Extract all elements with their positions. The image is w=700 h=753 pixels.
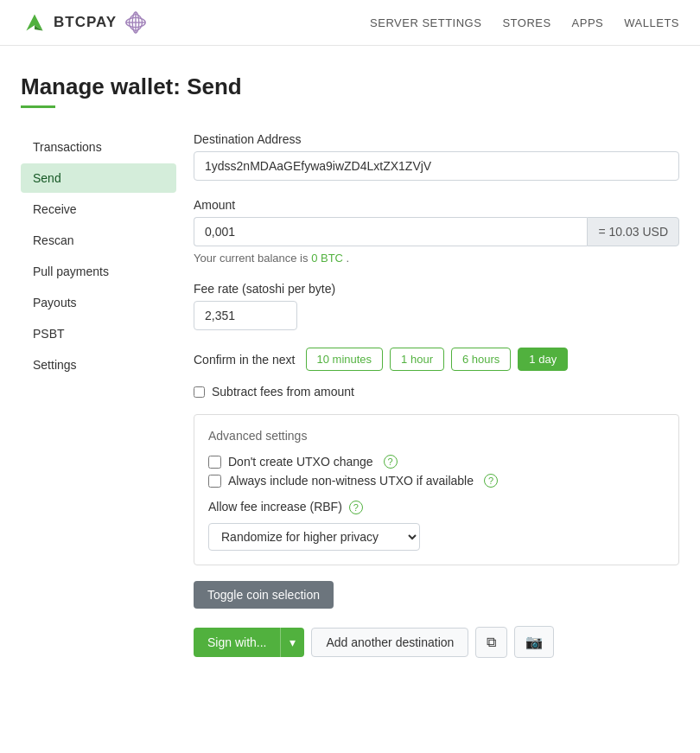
subtract-fees-checkbox[interactable] — [194, 386, 205, 398]
brand: BTCPAY — [21, 9, 148, 36]
camera-icon: 📷 — [525, 634, 543, 650]
toggle-coin-container: Toggle coin selection — [194, 581, 679, 609]
rbf-group: Allow fee increase (RBF) ? — [208, 500, 665, 514]
non-witness-help-icon[interactable]: ? — [484, 474, 498, 488]
nav-menu: SERVER SETTINGS STORES APPS WALLETS — [370, 16, 679, 29]
utxo-change-checkbox[interactable] — [208, 456, 221, 469]
nav-item-stores[interactable]: STORES — [502, 16, 550, 29]
destination-group: Destination Address — [194, 132, 679, 181]
fee-group: Fee rate (satoshi per byte) — [194, 282, 679, 330]
sign-with-dropdown[interactable]: ▾ — [280, 628, 304, 657]
non-witness-checkbox[interactable] — [208, 475, 221, 488]
btcpay-logo-icon — [21, 9, 48, 36]
utxo-change-label: Don't create UTXO change — [228, 455, 373, 469]
non-witness-row: Always include non-witness UTXO if avail… — [208, 474, 665, 488]
amount-row: = 10.03 USD — [194, 217, 679, 246]
rbf-label: Allow fee increase (RBF) ? — [208, 500, 363, 514]
advanced-settings-title: Advanced settings — [208, 429, 665, 443]
copy-icon: ⧉ — [487, 635, 496, 650]
subtract-fees-label: Subtract fees from amount — [212, 385, 354, 399]
confirm-label: Confirm in the next — [194, 353, 296, 367]
non-witness-label: Always include non-witness UTXO if avail… — [228, 474, 474, 488]
amount-group: Amount = 10.03 USD Your current balance … — [194, 198, 679, 265]
nav-item-wallets[interactable]: WALLETS — [624, 16, 679, 29]
sign-with-button[interactable]: Sign with... — [194, 628, 280, 657]
balance-text: Your current balance is 0 BTC . — [194, 252, 679, 265]
destination-label: Destination Address — [194, 132, 679, 146]
main-content: Destination Address Amount = 10.03 USD Y… — [176, 132, 679, 658]
time-btn-1hour[interactable]: 1 hour — [390, 348, 444, 371]
amount-label: Amount — [194, 198, 679, 212]
sidebar: Transactions Send Receive Rescan Pull pa… — [21, 132, 176, 658]
page-title: Manage wallet: Send — [21, 73, 679, 100]
add-destination-button[interactable]: Add another destination — [311, 628, 468, 657]
logo-link[interactable]: BTCPAY — [21, 9, 117, 36]
brand-text: BTCPAY — [54, 14, 117, 31]
time-btn-10min[interactable]: 10 minutes — [306, 348, 384, 371]
destination-input[interactable] — [194, 151, 679, 181]
tor-icon — [124, 10, 148, 35]
sidebar-item-psbt[interactable]: PSBT — [21, 319, 176, 348]
rbf-help-icon[interactable]: ? — [349, 501, 363, 514]
sidebar-item-rescan[interactable]: Rescan — [21, 226, 176, 255]
sidebar-item-pull-payments[interactable]: Pull payments — [21, 257, 176, 286]
sidebar-item-payouts[interactable]: Payouts — [21, 288, 176, 317]
toggle-coin-button[interactable]: Toggle coin selection — [194, 581, 334, 609]
sidebar-item-settings[interactable]: Settings — [21, 350, 176, 380]
camera-button[interactable]: 📷 — [514, 626, 554, 658]
advanced-settings-box: Advanced settings Don't create UTXO chan… — [194, 414, 679, 565]
nav-item-apps[interactable]: APPS — [572, 16, 604, 29]
time-btn-6hours[interactable]: 6 hours — [451, 348, 511, 371]
fee-input[interactable] — [194, 301, 297, 330]
amount-input[interactable] — [194, 217, 587, 246]
balance-value: 0 BTC — [311, 252, 343, 265]
sidebar-item-receive[interactable]: Receive — [21, 195, 176, 224]
nav-item-server-settings[interactable]: SERVER SETTINGS — [370, 16, 481, 29]
confirm-row: Confirm in the next 10 minutes 1 hour 6 … — [194, 348, 679, 371]
title-underline — [21, 105, 55, 108]
rbf-select[interactable]: Randomize for higher privacy Always Neve… — [208, 523, 420, 551]
action-buttons: Sign with... ▾ Add another destination ⧉… — [194, 626, 679, 658]
subtract-fees-row: Subtract fees from amount — [194, 385, 679, 399]
utxo-help-icon[interactable]: ? — [384, 455, 398, 469]
fee-label: Fee rate (satoshi per byte) — [194, 282, 679, 296]
sign-with-split-button: Sign with... ▾ — [194, 628, 304, 657]
utxo-row: Don't create UTXO change ? — [208, 455, 665, 469]
copy-button[interactable]: ⧉ — [475, 627, 507, 658]
sidebar-item-transactions[interactable]: Transactions — [21, 132, 176, 162]
amount-usd: = 10.03 USD — [587, 217, 679, 246]
sidebar-item-send[interactable]: Send — [21, 163, 176, 193]
time-btn-1day[interactable]: 1 day — [518, 348, 568, 371]
